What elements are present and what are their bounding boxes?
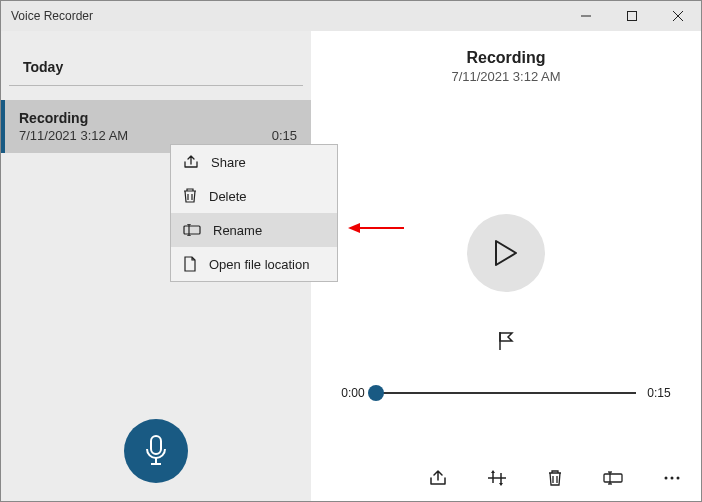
svg-rect-21 <box>184 226 200 234</box>
rename-icon <box>183 224 201 236</box>
time-end: 0:15 <box>642 386 676 400</box>
close-icon <box>673 11 683 21</box>
svg-marker-7 <box>496 241 516 265</box>
svg-point-18 <box>665 477 668 480</box>
svg-point-19 <box>671 477 674 480</box>
detail-pane: Recording 7/11/2021 3:12 AM 0:00 0:15 <box>311 31 701 501</box>
close-button[interactable] <box>655 1 701 31</box>
svg-marker-13 <box>499 483 503 486</box>
svg-marker-12 <box>491 470 495 473</box>
maximize-icon <box>627 11 637 21</box>
marker-button[interactable] <box>496 330 516 352</box>
context-menu-rename[interactable]: Rename <box>171 213 337 247</box>
svg-point-20 <box>677 477 680 480</box>
svg-rect-4 <box>151 436 161 454</box>
time-start: 0:00 <box>336 386 370 400</box>
seek-track[interactable] <box>376 392 636 394</box>
rename-icon <box>603 471 623 485</box>
play-button[interactable] <box>467 214 545 292</box>
trash-icon <box>183 188 197 204</box>
delete-button[interactable] <box>547 469 563 487</box>
context-menu-label: Share <box>211 155 246 170</box>
titlebar: Voice Recorder <box>1 1 701 31</box>
detail-timestamp: 7/11/2021 3:12 AM <box>451 69 560 84</box>
record-button[interactable] <box>124 419 188 483</box>
share-button[interactable] <box>429 469 447 487</box>
share-icon <box>183 154 199 170</box>
minimize-icon <box>581 11 591 21</box>
svg-rect-14 <box>604 474 622 482</box>
seek-thumb[interactable] <box>368 385 384 401</box>
maximize-button[interactable] <box>609 1 655 31</box>
context-menu-label: Rename <box>213 223 262 238</box>
context-menu-label: Open file location <box>209 257 309 272</box>
context-menu: Share Delete Rename Open file location <box>170 144 338 282</box>
trim-button[interactable] <box>487 470 507 486</box>
timeline: 0:00 0:15 <box>336 386 676 400</box>
flag-icon <box>496 330 516 352</box>
rename-button[interactable] <box>603 471 623 485</box>
trash-icon <box>547 469 563 487</box>
recording-duration: 0:15 <box>272 128 297 143</box>
context-menu-share[interactable]: Share <box>171 145 337 179</box>
more-button[interactable] <box>663 475 681 481</box>
context-menu-delete[interactable]: Delete <box>171 179 337 213</box>
svg-rect-1 <box>628 12 637 21</box>
app-title: Voice Recorder <box>1 9 563 23</box>
context-menu-label: Delete <box>209 189 247 204</box>
trim-icon <box>487 470 507 486</box>
recording-timestamp: 7/11/2021 3:12 AM <box>19 128 128 143</box>
file-icon <box>183 256 197 272</box>
context-menu-open-location[interactable]: Open file location <box>171 247 337 281</box>
ellipsis-icon <box>663 475 681 481</box>
share-icon <box>429 469 447 487</box>
minimize-button[interactable] <box>563 1 609 31</box>
section-today: Today <box>9 31 303 86</box>
play-icon <box>494 239 518 267</box>
detail-title: Recording <box>466 49 545 67</box>
svg-marker-26 <box>348 223 360 233</box>
microphone-icon <box>143 434 169 468</box>
recording-name: Recording <box>19 110 297 126</box>
annotation-arrow <box>348 220 404 236</box>
